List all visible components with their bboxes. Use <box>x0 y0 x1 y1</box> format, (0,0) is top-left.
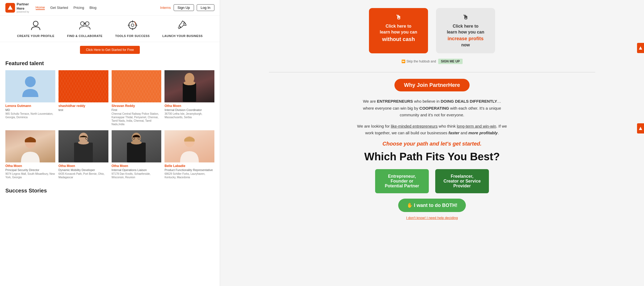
body1a: We are <box>363 99 377 103</box>
freelancer-label: Freelancer, Creator or Service Provider <box>444 174 481 188</box>
talent-title-5: Dynamic Mobility Developer <box>58 168 108 172</box>
svg-point-12 <box>183 23 185 24</box>
choose-path-text: Choose your path and let's get started. <box>382 141 481 147</box>
talent-card-0[interactable]: Lenora Gutmann MD 965 Schultz Terrace, N… <box>4 70 57 130</box>
talent-title-0: MD <box>5 108 55 112</box>
body2d: long-term and win-win <box>457 124 496 128</box>
talent-name-4: Otha Moen <box>5 164 55 168</box>
card-gray-text: Click here tolearn how you can increase … <box>442 23 489 48</box>
talent-card-7[interactable]: Belle Labadie Product Functionality Repr… <box>163 130 216 183</box>
nav-get-started[interactable]: Get Started <box>50 6 68 10</box>
get-started-button[interactable]: Click Here to Get Started for Free <box>80 46 140 54</box>
login-button[interactable]: Log In <box>197 4 214 11</box>
talent-name-6: Otha Moen <box>112 164 162 168</box>
talent-name-5: Otha Moen <box>58 164 108 168</box>
collaborate-icon <box>79 20 91 33</box>
body1c: who believe in <box>413 99 441 103</box>
cursor-icon-gray: 🖱 <box>442 13 489 22</box>
header-right: Interns Sign Up Log In <box>160 4 214 11</box>
talent-title-7: Product Functionality Representative <box>164 168 214 172</box>
talent-image-3 <box>164 70 214 102</box>
icon-nav-tools[interactable]: TOOLS FOR SUCCESS <box>115 20 150 38</box>
body2b: like-minded entrepreneurs <box>391 124 437 128</box>
talent-address-7: 68629 Schiller Forks, Lauryhaven, Kentuc… <box>164 172 214 179</box>
signup-button[interactable]: Sign Up <box>174 4 194 11</box>
icon-nav-launch[interactable]: LAUNCH YOUR BUSINESS <box>162 20 203 38</box>
talent-image-0 <box>5 70 55 102</box>
interns-link[interactable]: Interns <box>160 6 171 10</box>
svg-point-24 <box>131 141 142 144</box>
body2g: and <box>459 131 468 135</box>
talent-name-3: Otha Moen <box>164 104 214 108</box>
nav-blog[interactable]: Blog <box>89 6 96 10</box>
card-without-cash[interactable]: 🖱 Click here tolearn how you can without… <box>369 8 428 53</box>
svg-rect-23 <box>127 143 146 162</box>
icon-nav: CREATE YOUR PROFILE FIND & COLLABORATE T… <box>0 16 220 42</box>
both-button[interactable]: ✋ I want to do BOTH! <box>398 199 466 212</box>
skip-text: ⏩ Skip the hubbub and <box>401 60 436 63</box>
icon-nav-find-collaborate[interactable]: FIND & COLLABORATE <box>67 20 103 38</box>
success-stories-title: Success Stories <box>0 183 220 196</box>
talent-card-5[interactable]: Otha Moen Dynamic Mobility Developer 643… <box>57 130 110 183</box>
talent-image-1 <box>58 70 108 102</box>
talent-grid: Lenora Gutmann MD 965 Schultz Terrace, N… <box>0 70 220 183</box>
talent-address-5: 6435 Kovacek Path, Port Bernie, Ohio, Ma… <box>58 172 108 179</box>
talent-image-5 <box>58 130 108 162</box>
right-panel: 🖱 Click here tolearn how you can without… <box>220 0 644 286</box>
nav-home[interactable]: Home <box>36 5 45 10</box>
section-divider <box>269 72 595 72</box>
talent-card-2[interactable]: Shravan Reddy First Chennai Central Rail… <box>110 70 163 130</box>
nav-pricing[interactable]: Pricing <box>74 6 84 10</box>
why-join-button[interactable]: Why Join PartnerHere <box>394 79 470 91</box>
talent-card-6[interactable]: Otha Moen Internal Operations Liaison 97… <box>110 130 163 183</box>
entrepreneur-button[interactable]: Entrepreneur, Founder or Potential Partn… <box>375 169 429 193</box>
skip-row: ⏩ Skip the hubbub and SIGN ME UP <box>401 59 462 64</box>
talent-title-1: test <box>58 108 108 112</box>
side-tab-top[interactable] <box>637 43 644 53</box>
talent-address-0: 965 Schultz Terrace, North Louveniaton, … <box>5 112 55 119</box>
talent-name-1: shashidhar reddy <box>58 104 108 108</box>
logo-icon <box>5 3 15 13</box>
svg-point-20 <box>78 141 89 144</box>
tools-icon <box>127 20 138 33</box>
svg-point-1 <box>33 21 38 26</box>
launch-icon <box>177 20 188 33</box>
why-text-1: We are ENTREPRENEURS who believe in DOIN… <box>357 98 507 118</box>
talent-card-1[interactable]: shashidhar reddy test <box>57 70 110 130</box>
talent-name-2: Shravan Reddy <box>112 104 162 108</box>
talent-name-7: Belle Labadie <box>164 164 214 168</box>
svg-marker-28 <box>639 46 642 50</box>
left-panel: PartnerHere powered by Home Get Started … <box>0 0 220 286</box>
body2h: more profitably <box>469 131 498 135</box>
talent-address-2: Chennai Central Railway Police Station, … <box>112 112 162 126</box>
icon-nav-launch-label: LAUNCH YOUR BUSINESS <box>162 34 203 38</box>
talent-image-2 <box>112 70 162 102</box>
talent-image-7 <box>164 130 214 162</box>
main-nav: Home Get Started Pricing Blog <box>36 5 154 10</box>
talent-address-4: 9074 Legros Mall, South Misaelbury, New … <box>5 172 55 179</box>
icon-nav-find-collaborate-label: FIND & COLLABORATE <box>67 34 103 38</box>
body1b: ENTREPRENEURS <box>377 99 413 103</box>
cta-container: Click Here to Get Started for Free <box>0 42 220 58</box>
sign-me-up-button[interactable]: SIGN ME UP <box>438 59 463 64</box>
talent-card-3[interactable]: Otha Moen Internal Division Coordinator … <box>163 70 216 130</box>
freelancer-button[interactable]: Freelancer, Creator or Service Provider <box>435 169 489 193</box>
path-buttons: Entrepreneur, Founder or Potential Partn… <box>375 169 489 193</box>
logo[interactable]: PartnerHere powered by <box>5 2 29 13</box>
talent-name-0: Lenora Gutmann <box>5 104 55 108</box>
svg-rect-15 <box>183 83 196 102</box>
side-tab-bottom[interactable] <box>637 123 644 133</box>
icon-nav-create-profile[interactable]: CREATE YOUR PROFILE <box>17 20 54 38</box>
svg-marker-29 <box>639 127 642 130</box>
card-increase-profits[interactable]: 🖱 Click here tolearn how you can increas… <box>436 8 495 53</box>
help-deciding-link[interactable]: I don't know! I need help deciding <box>406 216 458 220</box>
card-gray-now: now <box>461 43 470 47</box>
talent-card-4[interactable]: Otha Moen Principal Security Director 90… <box>4 130 57 183</box>
why-text-2: We are looking for like-minded entrepren… <box>357 123 507 136</box>
talent-title-4: Principal Security Director <box>5 168 55 172</box>
body1f: COOPERATING <box>419 106 449 110</box>
svg-point-13 <box>25 76 36 87</box>
increase-profits-highlight: increase profits <box>448 36 484 41</box>
svg-point-16 <box>184 81 195 85</box>
card-orange-text: Click here tolearn how you can without c… <box>375 23 422 43</box>
